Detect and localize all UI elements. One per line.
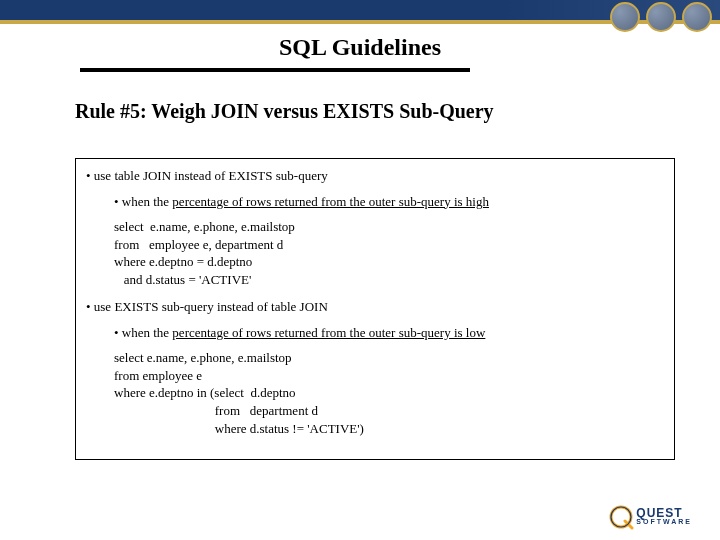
title-underline — [80, 68, 470, 72]
bullet-dot-icon: • — [86, 299, 94, 314]
rule-heading: Rule #5: Weigh JOIN versus EXISTS Sub-Qu… — [75, 100, 494, 123]
svg-point-1 — [611, 507, 631, 527]
bullet-text-2: use EXISTS sub-query instead of table JO… — [94, 299, 328, 314]
footer-logo: QUEST SOFTWARE — [608, 504, 692, 530]
code-block-1: select e.name, e.phone, e.mailstop from … — [114, 218, 664, 288]
header-decorative-circles — [610, 2, 712, 32]
decorative-circle-icon — [646, 2, 676, 32]
bullet-dot-icon: • — [114, 325, 122, 340]
decorative-circle-icon — [610, 2, 640, 32]
decorative-circle-icon — [682, 2, 712, 32]
sub2-underline: percentage of rows returned from the out… — [172, 325, 485, 340]
content-box: • use table JOIN instead of EXISTS sub-q… — [75, 158, 675, 460]
code-block-2: select e.name, e.phone, e.mailstop from … — [114, 349, 664, 437]
slide-title: SQL Guidelines — [0, 34, 720, 61]
bullet-dot-icon: • — [86, 168, 94, 183]
bullet-dot-icon: • — [114, 194, 122, 209]
bullet-main-1: • use table JOIN instead of EXISTS sub-q… — [86, 167, 664, 185]
bullet-text-1: use table JOIN instead of EXISTS sub-que… — [94, 168, 328, 183]
bullet-main-2: • use EXISTS sub-query instead of table … — [86, 298, 664, 316]
sub1-prefix: when the — [122, 194, 173, 209]
quest-q-icon — [608, 504, 634, 530]
footer-brand-sub: SOFTWARE — [636, 519, 692, 525]
bullet-sub-2: • when the percentage of rows returned f… — [114, 324, 664, 342]
sub1-underline: percentage of rows returned from the out… — [172, 194, 489, 209]
footer-logo-text: QUEST SOFTWARE — [636, 508, 692, 525]
sub2-prefix: when the — [122, 325, 173, 340]
bullet-sub-1: • when the percentage of rows returned f… — [114, 193, 664, 211]
